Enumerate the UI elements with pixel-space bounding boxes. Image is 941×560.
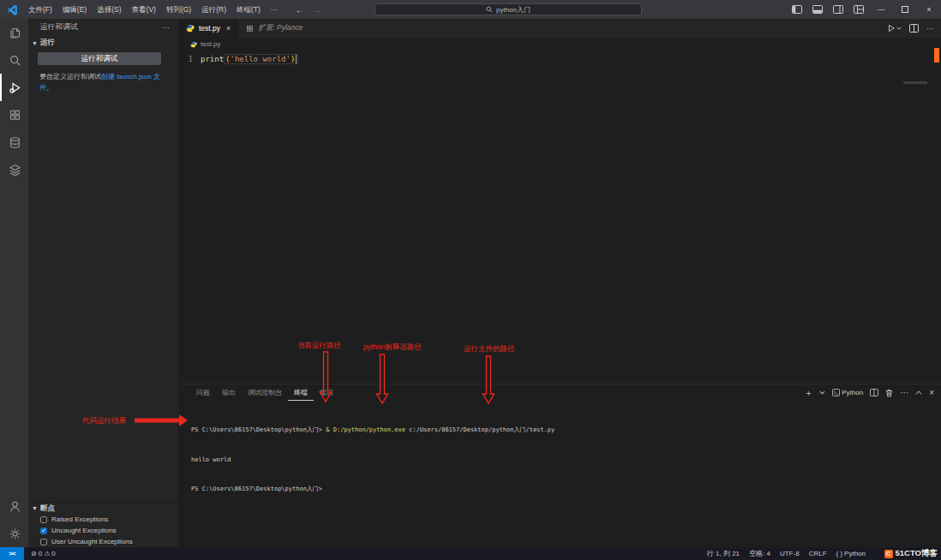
close-panel-icon[interactable]: × — [929, 389, 934, 397]
breadcrumb[interactable]: test.py — [178, 38, 941, 51]
split-editor-icon[interactable] — [909, 24, 919, 33]
code-token-close-paren: ) — [291, 55, 295, 63]
run-section-header[interactable]: ▼ 运行 — [28, 36, 178, 50]
encoding[interactable]: UTF-8 — [780, 550, 800, 557]
search-icon — [486, 6, 493, 13]
toggle-sidebar-icon[interactable] — [787, 0, 807, 19]
run-python-file-icon[interactable] — [887, 24, 902, 33]
cursor-position[interactable]: 行 1, 列 21 — [707, 549, 740, 558]
split-terminal-icon[interactable] — [870, 389, 878, 396]
account-icon[interactable] — [0, 492, 28, 520]
new-terminal-icon[interactable]: ＋ — [804, 389, 812, 397]
sidebar-header: 运行和调试 ··· — [28, 19, 178, 36]
editor-tab-bar: test.py × 扩展: Pylance ··· — [178, 19, 941, 38]
breakpoint-raised-exceptions[interactable]: Raised Exceptions — [28, 514, 178, 525]
checkbox-user-uncaught-exceptions[interactable] — [40, 539, 47, 545]
chevron-down-icon: ▼ — [32, 40, 38, 46]
panel-more-icon[interactable]: ··· — [900, 389, 908, 397]
checkbox-uncaught-exceptions[interactable] — [40, 527, 47, 534]
settings-gear-icon[interactable] — [0, 520, 28, 547]
terminal-output[interactable]: PS C:\Users\86157\Desktop\python入门> & D:… — [178, 401, 941, 515]
breakpoints-section: ▼ 断点 Raised Exceptions Uncaught Exceptio… — [28, 502, 178, 547]
terminal-result: hello world — [191, 456, 231, 463]
error-icon: ⊘ — [31, 550, 37, 557]
activity-bar — [0, 19, 28, 547]
tab-terminal[interactable]: 终端 — [288, 384, 314, 401]
command-center-search[interactable]: python入门 — [375, 3, 642, 15]
panel-tab-bar: 问题 输出 调试控制台 终端 端口 ＋ Python ··· × — [178, 384, 941, 401]
sidebar-title: 运行和调试 — [40, 22, 78, 33]
database-icon[interactable] — [0, 128, 28, 156]
remote-indicator[interactable]: >< — [0, 547, 24, 560]
breakpoint-label: Raised Exceptions — [51, 515, 108, 523]
bottom-panel: 问题 输出 调试控制台 终端 端口 ＋ Python ··· × — [178, 384, 941, 547]
status-left: ⊘ 0 ⚠ 0 — [24, 550, 56, 557]
extensions-icon[interactable] — [0, 101, 28, 128]
language-mode[interactable]: { } Python — [836, 550, 866, 557]
run-and-debug-icon[interactable] — [0, 74, 28, 101]
customize-layout-icon[interactable] — [848, 0, 869, 19]
close-tab-icon[interactable]: × — [226, 24, 231, 33]
terminal-shell-icon[interactable]: Python — [832, 389, 863, 396]
minimap[interactable] — [903, 81, 927, 84]
forward-arrow-icon[interactable]: → — [313, 5, 321, 15]
indentation[interactable]: 空格: 4 — [749, 549, 770, 558]
terminal-profile-dropdown-icon[interactable] — [819, 390, 825, 396]
text-cursor — [296, 55, 297, 63]
terminal-shell-label[interactable]: Python — [842, 389, 863, 396]
breakpoints-title: 断点 — [40, 503, 55, 514]
search-view-icon[interactable] — [0, 46, 28, 74]
breakpoint-user-uncaught-exceptions[interactable]: User Uncaught Exceptions — [28, 536, 178, 547]
close-window-button[interactable]: × — [917, 0, 941, 19]
tab-ports[interactable]: 端口 — [314, 384, 339, 401]
explorer-icon[interactable] — [0, 19, 28, 46]
tab-test-py[interactable]: test.py × — [178, 19, 238, 38]
toggle-panel-icon[interactable] — [807, 0, 828, 19]
layers-icon[interactable] — [0, 156, 28, 183]
editor-more-icon[interactable]: ··· — [926, 24, 934, 33]
kill-terminal-trash-icon[interactable] — [885, 389, 893, 397]
panel-actions: ＋ Python ··· × — [804, 384, 934, 401]
toggle-secondary-sidebar-icon[interactable] — [828, 0, 848, 19]
eol-sequence[interactable]: CRLF — [809, 550, 827, 557]
editor-area: test.py × 扩展: Pylance ··· test.py 1 — [178, 19, 941, 384]
run-and-debug-button[interactable]: 运行和调试 — [38, 52, 161, 65]
tab-extension-pylance[interactable]: 扩展: Pylance — [238, 19, 310, 38]
checkbox-raised-exceptions[interactable] — [40, 516, 47, 523]
history-nav: ← → — [296, 5, 321, 15]
terminal-prompt: PS C:\Users\86157\Desktop\python入门> — [191, 426, 326, 433]
menu-run[interactable]: 运行(R) — [196, 0, 231, 19]
run-debug-sidebar: 运行和调试 ··· ▼ 运行 运行和调试 要自定义运行和调试创建 launch.… — [28, 19, 178, 547]
menu-go[interactable]: 转到(G) — [161, 0, 196, 19]
extensions-icon — [246, 25, 254, 33]
breakpoints-header[interactable]: ▼ 断点 — [28, 502, 178, 514]
back-arrow-icon[interactable]: ← — [296, 5, 304, 15]
menu-more[interactable]: ··· — [266, 5, 284, 14]
menu-file[interactable]: 文件(F) — [23, 0, 57, 19]
menu-edit[interactable]: 编辑(E) — [57, 0, 92, 19]
tab-output[interactable]: 输出 — [216, 384, 242, 401]
minimize-button[interactable]: — — [869, 0, 893, 19]
menu-terminal[interactable]: 终端(T) — [231, 0, 266, 19]
breadcrumb-file[interactable]: test.py — [201, 40, 221, 48]
code-area[interactable]: 1 print('hello world') — [178, 51, 941, 64]
tab-debug-console[interactable]: 调试控制台 — [242, 384, 288, 401]
search-text: python入门 — [496, 5, 530, 15]
errors-warnings[interactable]: ⊘ 0 ⚠ 0 — [31, 550, 56, 557]
sidebar-more-icon[interactable]: ··· — [162, 23, 170, 32]
run-section-label: 运行 — [40, 38, 55, 48]
launch-hint-text: 要自定义运行和调试创建 launch.json 文件。 — [39, 72, 167, 94]
menu-view[interactable]: 查看(V) — [127, 0, 161, 19]
terminal-line-command: PS C:\Users\86157\Desktop\python入门> & D:… — [191, 426, 941, 436]
error-count: 0 — [39, 550, 42, 557]
menu-selection[interactable]: 选择(S) — [92, 0, 126, 19]
bracket-highlight: ('hello world') — [224, 54, 298, 64]
watermark: C 51CTO博客 — [884, 548, 938, 559]
minimap-marker — [934, 48, 939, 63]
tab-problems[interactable]: 问题 — [190, 384, 216, 401]
breakpoint-uncaught-exceptions[interactable]: Uncaught Exceptions — [28, 525, 178, 536]
status-right: 行 1, 列 21 空格: 4 UTF-8 CRLF { } Python — [707, 549, 866, 558]
maximize-button[interactable] — [893, 0, 917, 19]
maximize-panel-icon[interactable] — [915, 390, 922, 396]
warning-icon: ⚠ — [44, 550, 50, 557]
